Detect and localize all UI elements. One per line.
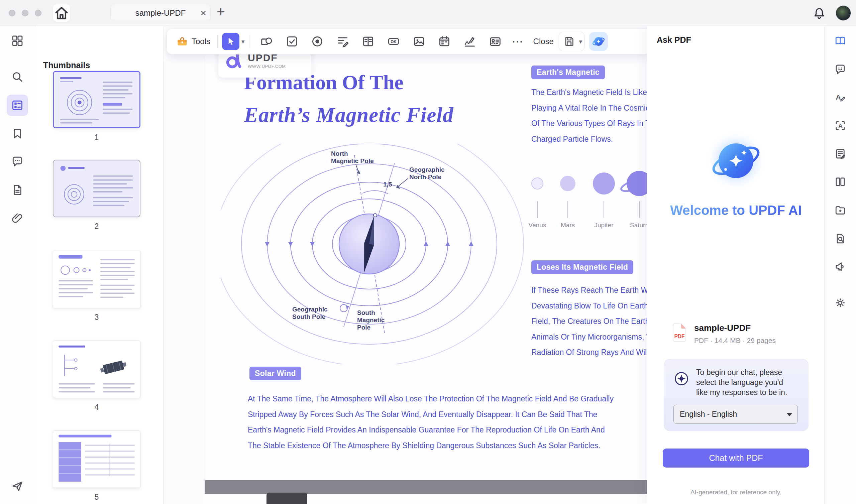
stamp-tool-button[interactable] xyxy=(486,32,504,51)
bell-icon xyxy=(813,7,826,20)
file-info-row: PDF sample-UPDF PDF · 14.4 MB · 29 pages xyxy=(672,323,776,345)
checkbox-icon xyxy=(286,35,298,48)
page-gap xyxy=(204,480,673,494)
thumbnail-card[interactable] xyxy=(53,251,140,308)
language-select-value: English - English xyxy=(680,410,737,419)
thumbnail-card[interactable] xyxy=(53,71,140,128)
ok-stamp-icon: OK xyxy=(387,35,400,48)
close-toolbar-button[interactable]: Close xyxy=(533,37,553,46)
planets-graphic: Venus Mars Jupiter Saturn xyxy=(528,167,662,234)
tab-close-button[interactable]: × xyxy=(200,7,206,19)
notifications-button[interactable] xyxy=(813,7,826,20)
more-tools-button[interactable]: ⋯ xyxy=(512,35,524,48)
traffic-light-zoom[interactable] xyxy=(35,10,41,16)
planet-label-jupiter: Jupiter xyxy=(594,221,613,229)
section-text-solar-wind: At The Same Time, The Atmosphere Will Al… xyxy=(248,391,613,453)
search-button[interactable] xyxy=(8,68,27,86)
stamp-id-icon xyxy=(489,35,502,48)
section-text-loses-field: If These Rays Reach The Earth Wit Devast… xyxy=(531,283,656,360)
shapes-tool-button[interactable] xyxy=(257,32,275,51)
ask-pdf-header: Ask PDF xyxy=(657,35,691,45)
thumbnails-panel-button[interactable] xyxy=(7,94,28,116)
thumbnail-page-4[interactable]: 4 xyxy=(53,341,140,412)
checkbox-tool-button[interactable] xyxy=(283,32,301,51)
form-fill-button[interactable] xyxy=(831,144,850,163)
page-icon xyxy=(11,183,24,196)
edit-text-icon: A xyxy=(834,91,846,103)
signature-tool-button[interactable] xyxy=(461,32,479,51)
bookmarks-button[interactable] xyxy=(8,124,27,143)
updf-ai-button[interactable] xyxy=(589,32,608,51)
page-view-button[interactable] xyxy=(8,180,27,199)
home-icon xyxy=(53,4,70,22)
radio-tool-button[interactable] xyxy=(308,32,326,51)
comments-button[interactable] xyxy=(8,152,27,171)
select-tool-button[interactable] xyxy=(222,33,239,50)
svg-text:Magnetic Pole: Magnetic Pole xyxy=(331,158,374,164)
language-select[interactable]: English - English xyxy=(674,405,798,424)
traffic-light-close[interactable] xyxy=(9,10,15,16)
feedback-button[interactable] xyxy=(8,477,27,496)
thumbnail-card[interactable] xyxy=(53,341,140,398)
save-options-caret[interactable]: ▾ xyxy=(579,38,583,46)
updf-ai-icon xyxy=(591,34,606,49)
thumbnail-page-1[interactable]: 1 xyxy=(53,71,140,142)
section-badge-earths-magnetic: Earth's Magnetic xyxy=(531,66,605,79)
search-icon xyxy=(11,71,24,83)
sticky-note-tool-button[interactable] xyxy=(334,32,352,51)
section-badge-loses-field: Loses Its Magnetic Field xyxy=(531,260,633,274)
announce-button[interactable] xyxy=(831,257,850,276)
svg-text:A: A xyxy=(836,93,841,101)
date-field-tool-button[interactable] xyxy=(435,32,453,51)
document-tab[interactable]: sample-UPDF × xyxy=(110,5,211,21)
ocr-button[interactable]: A xyxy=(831,116,850,135)
paperclip-icon xyxy=(11,212,24,224)
smiley-bubble-icon xyxy=(834,63,846,75)
ocr-icon: A xyxy=(834,120,846,132)
label-geographic-south-pole: Geographic xyxy=(292,306,328,313)
image-tool-button[interactable] xyxy=(410,32,428,51)
chat-with-pdf-button[interactable]: Chat with PDF xyxy=(663,449,809,468)
attachments-button[interactable] xyxy=(8,209,27,228)
page-indicator-pill[interactable] xyxy=(267,493,307,504)
form-fill-icon xyxy=(834,148,846,160)
thumbnail-page-3[interactable]: 3 xyxy=(53,251,140,322)
organize-pages-button[interactable] xyxy=(831,173,850,191)
settings-button[interactable] xyxy=(831,293,850,312)
select-tool-caret[interactable]: ▾ xyxy=(242,38,245,46)
search-document-button[interactable] xyxy=(831,229,850,248)
edit-text-button[interactable]: A xyxy=(831,88,850,107)
ai-sparkle-icon xyxy=(674,371,689,386)
traffic-light-minimize[interactable] xyxy=(22,10,29,16)
ok-stamp-tool-button[interactable]: OK xyxy=(385,32,403,51)
svg-text:Pole: Pole xyxy=(357,324,371,331)
ai-sticker-button[interactable] xyxy=(831,60,850,78)
tools-button[interactable]: Tools xyxy=(174,35,213,48)
reader-view-tool-button[interactable] xyxy=(359,32,377,51)
save-button[interactable] xyxy=(561,33,577,50)
thumbnail-art xyxy=(54,72,139,127)
svg-text:North Pole: North Pole xyxy=(409,174,441,180)
cursor-icon xyxy=(226,36,236,47)
label-south-magnetic-pole: South xyxy=(357,309,375,316)
right-sidebar-rail: A A xyxy=(824,26,856,504)
reader-mode-button[interactable] xyxy=(831,32,850,50)
home-button[interactable] xyxy=(53,4,70,22)
thumbnail-page-2[interactable]: 2 xyxy=(53,160,140,231)
apps-grid-button[interactable] xyxy=(8,32,27,50)
tools-label: Tools xyxy=(192,37,210,46)
label-geographic-north-pole: Geographic xyxy=(409,166,445,173)
window-titlebar: sample-UPDF × + xyxy=(0,0,856,26)
thumbnail-card[interactable] xyxy=(53,160,140,217)
ai-disclaimer: AI-generated, for reference only. xyxy=(647,489,824,496)
search-document-icon xyxy=(834,233,846,245)
thumbnail-art xyxy=(53,251,140,308)
new-tab-button[interactable]: + xyxy=(217,4,225,20)
user-avatar[interactable] xyxy=(836,6,851,20)
thumbnail-card[interactable] xyxy=(53,431,140,488)
watermark-site: WWW.UPDF.COM xyxy=(248,64,286,69)
date-field-icon xyxy=(438,35,451,48)
batch-folder-button[interactable] xyxy=(831,201,850,220)
thumbnail-page-5[interactable]: 5 xyxy=(53,431,140,502)
ai-chat-bubble: To begin our chat, please select the lan… xyxy=(664,359,808,431)
